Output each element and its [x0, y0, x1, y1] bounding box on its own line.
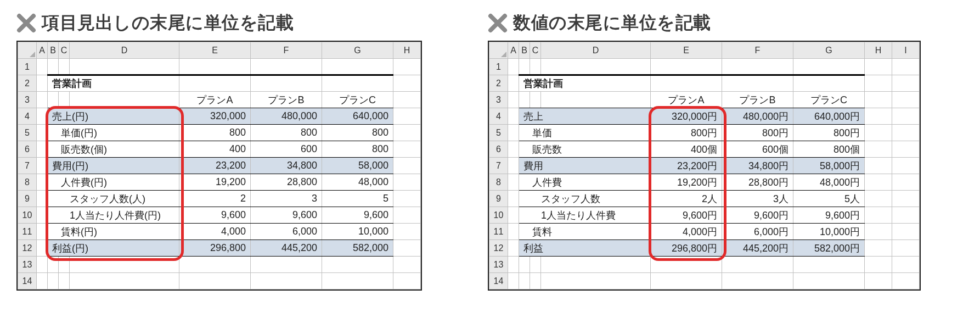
row-header-9[interactable]: 9 — [489, 191, 508, 207]
cell-B7[interactable]: 費用 — [519, 158, 651, 174]
cell-G9[interactable]: 5 — [322, 191, 393, 207]
cell-I12[interactable] — [892, 240, 920, 257]
cell-H14[interactable] — [393, 273, 421, 289]
cell-H4[interactable] — [865, 108, 892, 125]
cell-F5[interactable]: 800 — [251, 125, 322, 141]
cell-I11[interactable] — [892, 224, 920, 240]
cell-E6[interactable]: 400 — [179, 141, 251, 158]
cell-C14[interactable] — [59, 273, 70, 289]
cell-A11[interactable] — [37, 224, 48, 240]
cell-B8[interactable]: 人件費(円) — [48, 174, 179, 191]
row-header-2[interactable]: 2 — [18, 75, 37, 92]
row-header-13[interactable]: 13 — [489, 257, 508, 273]
cell-F2[interactable] — [251, 75, 322, 92]
cell-A6[interactable] — [37, 141, 48, 158]
cell-B14[interactable] — [519, 273, 530, 289]
cell-B4[interactable]: 売上 — [519, 108, 651, 125]
column-header-E[interactable]: E — [651, 42, 722, 59]
cell-A8[interactable] — [37, 174, 48, 191]
cell-F3[interactable]: プランB — [722, 92, 793, 108]
cell-G13[interactable] — [793, 257, 865, 273]
cell-D14[interactable] — [541, 273, 651, 289]
cell-H13[interactable] — [393, 257, 421, 273]
cell-F5[interactable]: 800円 — [722, 125, 793, 141]
column-header-E[interactable]: E — [179, 42, 251, 59]
cell-G5[interactable]: 800円 — [793, 125, 865, 141]
cell-D3[interactable] — [541, 92, 651, 108]
cell-H10[interactable] — [393, 207, 421, 224]
cell-G8[interactable]: 48,000円 — [793, 174, 865, 191]
cell-A4[interactable] — [37, 108, 48, 125]
cell-A14[interactable] — [37, 273, 48, 289]
row-header-11[interactable]: 11 — [18, 224, 37, 240]
cell-A10[interactable] — [37, 207, 48, 224]
row-header-8[interactable]: 8 — [18, 174, 37, 191]
cell-A9[interactable] — [508, 191, 519, 207]
column-header-I[interactable]: I — [892, 42, 920, 59]
column-header-F[interactable]: F — [251, 42, 322, 59]
row-header-7[interactable]: 7 — [18, 158, 37, 174]
cell-C13[interactable] — [59, 257, 70, 273]
column-header-G[interactable]: G — [793, 42, 865, 59]
cell-H7[interactable] — [865, 158, 892, 174]
cell-E11[interactable]: 4,000円 — [651, 224, 722, 240]
cell-H3[interactable] — [865, 92, 892, 108]
cell-A2[interactable] — [508, 75, 519, 92]
cell-F4[interactable]: 480,000 — [251, 108, 322, 125]
cell-B10[interactable]: 1人当たり人件費 — [519, 207, 651, 224]
row-header-14[interactable]: 14 — [489, 273, 508, 289]
cell-H8[interactable] — [393, 174, 421, 191]
cell-E9[interactable]: 2 — [179, 191, 251, 207]
column-header-H[interactable]: H — [393, 42, 421, 59]
row-header-3[interactable]: 3 — [18, 92, 37, 108]
cell-G1[interactable] — [322, 59, 393, 75]
cell-E3[interactable]: プランA — [651, 92, 722, 108]
cell-F11[interactable]: 6,000円 — [722, 224, 793, 240]
column-header-A[interactable]: A — [508, 42, 519, 59]
cell-I4[interactable] — [892, 108, 920, 125]
cell-I14[interactable] — [892, 273, 920, 289]
cell-B6[interactable]: 販売数(個) — [48, 141, 179, 158]
column-header-A[interactable]: A — [37, 42, 48, 59]
cell-G11[interactable]: 10,000 — [322, 224, 393, 240]
cell-F6[interactable]: 600個 — [722, 141, 793, 158]
cell-E8[interactable]: 19,200 — [179, 174, 251, 191]
cell-E5[interactable]: 800 — [179, 125, 251, 141]
cell-H8[interactable] — [865, 174, 892, 191]
row-header-4[interactable]: 4 — [489, 108, 508, 125]
cell-I3[interactable] — [892, 92, 920, 108]
cell-C3[interactable] — [59, 92, 70, 108]
cell-B5[interactable]: 単価(円) — [48, 125, 179, 141]
cell-A13[interactable] — [508, 257, 519, 273]
cell-G8[interactable]: 48,000 — [322, 174, 393, 191]
cell-H4[interactable] — [393, 108, 421, 125]
cell-B4[interactable]: 売上(円) — [48, 108, 179, 125]
cell-C3[interactable] — [530, 92, 541, 108]
row-header-12[interactable]: 12 — [18, 240, 37, 257]
column-header-F[interactable]: F — [722, 42, 793, 59]
row-header-2[interactable]: 2 — [489, 75, 508, 92]
cell-G13[interactable] — [322, 257, 393, 273]
cell-A9[interactable] — [37, 191, 48, 207]
cell-B6[interactable]: 販売数 — [519, 141, 651, 158]
cell-E10[interactable]: 9,600 — [179, 207, 251, 224]
cell-G3[interactable]: プランC — [793, 92, 865, 108]
cell-B5[interactable]: 単価 — [519, 125, 651, 141]
row-header-8[interactable]: 8 — [489, 174, 508, 191]
row-header-9[interactable]: 9 — [18, 191, 37, 207]
cell-F13[interactable] — [251, 257, 322, 273]
cell-B12[interactable]: 利益(円) — [48, 240, 179, 257]
cell-B12[interactable]: 利益 — [519, 240, 651, 257]
cell-F8[interactable]: 28,800 — [251, 174, 322, 191]
cell-H2[interactable] — [865, 75, 892, 92]
cell-B13[interactable] — [48, 257, 59, 273]
row-header-12[interactable]: 12 — [489, 240, 508, 257]
cell-D13[interactable] — [541, 257, 651, 273]
cell-E14[interactable] — [651, 273, 722, 289]
cell-A3[interactable] — [37, 92, 48, 108]
row-header-10[interactable]: 10 — [489, 207, 508, 224]
cell-I1[interactable] — [892, 59, 920, 75]
cell-G9[interactable]: 5人 — [793, 191, 865, 207]
cell-A7[interactable] — [37, 158, 48, 174]
cell-G12[interactable]: 582,000 — [322, 240, 393, 257]
